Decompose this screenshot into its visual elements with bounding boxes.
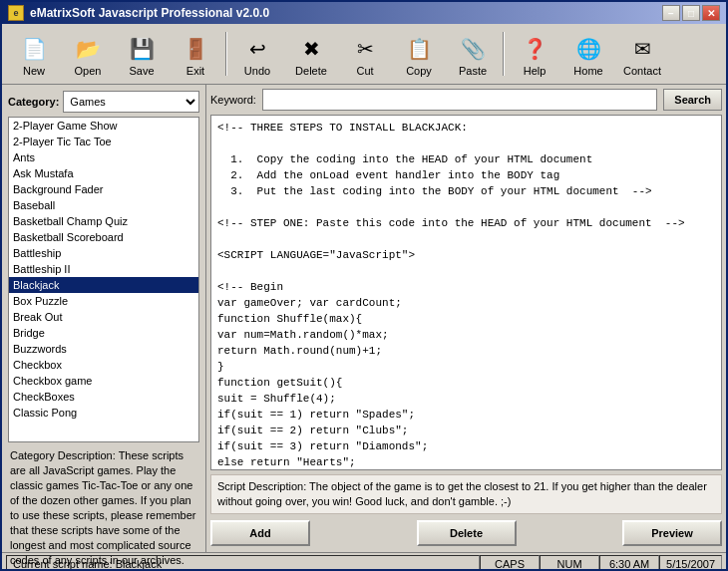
list-item[interactable]: Ask Mustafa [9, 165, 198, 181]
search-button[interactable]: Search [663, 89, 722, 111]
current-script-status: Current script name: Blackjack [6, 555, 480, 572]
list-item[interactable]: Battleship II [9, 261, 198, 277]
close-button[interactable]: ✕ [702, 5, 720, 21]
app-icon: e [8, 5, 24, 21]
new-label: New [23, 65, 45, 77]
add-button[interactable]: Add [210, 520, 310, 546]
list-item[interactable]: 2-Player Tic Tac Toe [9, 134, 198, 149]
list-item[interactable]: Ants [9, 149, 198, 165]
copy-label: Copy [406, 65, 432, 77]
keyword-input[interactable] [262, 89, 657, 111]
list-item[interactable]: CheckBoxes [9, 389, 198, 405]
num-status: NUM [540, 555, 599, 572]
script-list[interactable]: 2-Player Game Show2-Player Tic Tac ToeAn… [8, 117, 199, 442]
list-item[interactable]: Bridge [9, 325, 198, 341]
save-label: Save [129, 65, 154, 77]
list-item[interactable]: Checkbox game [9, 373, 198, 389]
open-label: Open [75, 65, 102, 77]
list-item[interactable]: Buzzwords [9, 341, 198, 357]
copy-icon: 📋 [403, 33, 435, 65]
category-row: Category: GamesFormsMenusEffectsUtilitie… [8, 91, 199, 113]
main-content: Category: GamesFormsMenusEffectsUtilitie… [2, 85, 726, 552]
code-display[interactable]: <!-- THREE STEPS TO INSTALL BLACKJACK: 1… [210, 115, 722, 470]
list-item[interactable]: Break Out [9, 309, 198, 325]
exit-label: Exit [186, 65, 204, 77]
paste-label: Paste [459, 65, 487, 77]
toolbar-help-button[interactable]: ❓ Help [509, 28, 560, 80]
undo-icon: ↩ [241, 33, 273, 65]
minimize-button[interactable]: − [662, 5, 680, 21]
exit-icon: 🚪 [180, 33, 211, 65]
toolbar-separator [225, 32, 227, 76]
list-item[interactable]: Basketball Champ Quiz [9, 213, 198, 229]
category-select[interactable]: GamesFormsMenusEffectsUtilities [63, 91, 199, 113]
caps-status: CAPS [480, 555, 540, 572]
home-label: Home [573, 65, 602, 77]
cut-label: Cut [356, 65, 373, 77]
window-controls: − □ ✕ [662, 5, 720, 21]
search-bar: Keyword: Search [210, 89, 722, 111]
left-panel: Category: GamesFormsMenusEffectsUtilitie… [2, 85, 206, 552]
date-status: 5/15/2007 [659, 555, 722, 572]
toolbar-exit-button[interactable]: 🚪 Exit [170, 28, 221, 80]
toolbar-separator [503, 32, 505, 76]
undo-label: Undo [244, 65, 270, 77]
new-icon: 📄 [18, 33, 50, 65]
toolbar-home-button[interactable]: 🌐 Home [562, 28, 614, 80]
category-description: Category Description: These scripts are … [8, 446, 199, 546]
toolbar-cut-button[interactable]: ✂ Cut [339, 28, 391, 80]
list-item[interactable]: Box Puzzle [9, 293, 198, 309]
open-icon: 📂 [72, 33, 104, 65]
help-icon: ❓ [519, 33, 550, 65]
list-item[interactable]: Baseball [9, 197, 198, 213]
time-status: 6:30 AM [599, 555, 659, 572]
list-item[interactable]: Blackjack [9, 277, 198, 293]
toolbar-save-button[interactable]: 💾 Save [116, 28, 168, 80]
list-item[interactable]: Basketball Scoreboard [9, 229, 198, 245]
toolbar-undo-button[interactable]: ↩ Undo [231, 28, 283, 80]
status-bar: Current script name: Blackjack CAPS NUM … [2, 552, 726, 571]
toolbar: 📄 New 📂 Open 💾 Save 🚪 Exit ↩ Undo ✖ Dele… [2, 24, 726, 85]
toolbar-open-button[interactable]: 📂 Open [62, 28, 114, 80]
cut-icon: ✂ [349, 33, 381, 65]
window-title: eMatrixSoft Javascript Professional v2.0… [30, 6, 269, 20]
contact-icon: ✉ [626, 33, 658, 65]
category-label: Category: [8, 96, 59, 108]
toolbar-copy-button[interactable]: 📋 Copy [393, 28, 445, 80]
list-item[interactable]: Background Fader [9, 181, 198, 197]
delete-button[interactable]: Delete [417, 520, 517, 546]
list-item[interactable]: Checkbox [9, 357, 198, 373]
toolbar-delete-button[interactable]: ✖ Delete [285, 28, 337, 80]
contact-label: Contact [623, 65, 661, 77]
preview-button[interactable]: Preview [622, 520, 722, 546]
keyword-label: Keyword: [210, 94, 256, 106]
right-panel: Keyword: Search <!-- THREE STEPS TO INST… [206, 85, 726, 552]
list-item[interactable]: Battleship [9, 245, 198, 261]
toolbar-contact-button[interactable]: ✉ Contact [616, 28, 668, 80]
toolbar-new-button[interactable]: 📄 New [8, 28, 60, 80]
list-item[interactable]: 2-Player Game Show [9, 118, 198, 134]
help-label: Help [524, 65, 546, 77]
list-item[interactable]: Classic Pong [9, 405, 198, 421]
paste-icon: 📎 [457, 33, 489, 65]
delete-icon: ✖ [295, 33, 327, 65]
delete-label: Delete [295, 65, 327, 77]
save-icon: 💾 [126, 33, 158, 65]
home-icon: 🌐 [572, 33, 604, 65]
action-buttons: Add Delete Preview [210, 518, 722, 548]
maximize-button[interactable]: □ [682, 5, 700, 21]
script-description: Script Description: The object of the ga… [210, 474, 722, 514]
title-bar: e eMatrixSoft Javascript Professional v2… [2, 2, 726, 24]
toolbar-paste-button[interactable]: 📎 Paste [447, 28, 499, 80]
